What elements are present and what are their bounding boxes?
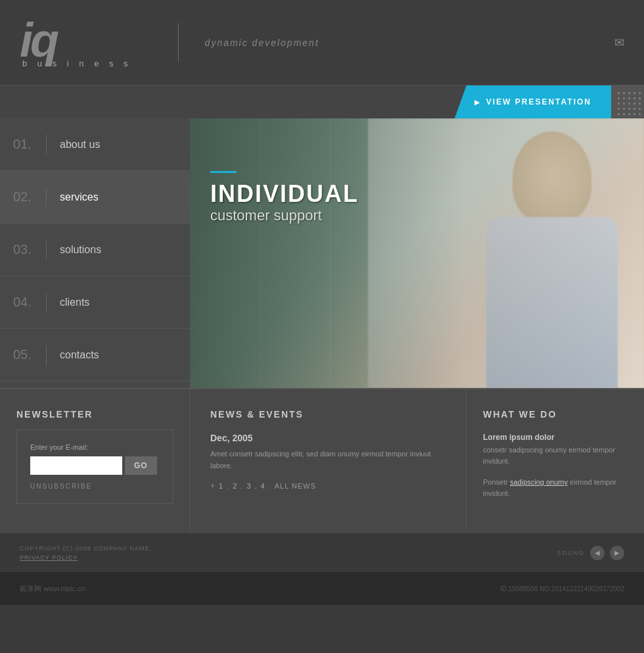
header-tagline: dynamic development xyxy=(205,37,319,48)
footer: COPYRIGHT (C) 2006 COMPANY NAME. PRIVACY… xyxy=(0,533,644,572)
logo-area: iq b u s i n e s s xyxy=(20,16,132,68)
nav-item-divider xyxy=(46,135,47,155)
pagination-page-1[interactable]: 1 xyxy=(219,482,223,490)
whatwedo-item-text-1: consetr sadipscing onumy eirmod tempor i… xyxy=(483,445,628,466)
dot xyxy=(639,108,641,110)
footer-right: SOUND ◀ ▶ xyxy=(557,546,624,560)
newsletter-email-input[interactable] xyxy=(30,456,122,475)
dot xyxy=(628,103,630,105)
nav-item-divider xyxy=(46,345,47,365)
dot xyxy=(623,92,625,94)
footer-prev-button[interactable]: ◀ xyxy=(590,546,605,560)
nav-number: 03. xyxy=(13,242,46,257)
footer-left: COPYRIGHT (C) 2006 COMPANY NAME. PRIVACY… xyxy=(20,545,557,561)
pagination-all-news[interactable]: ALL NEWS xyxy=(275,482,316,490)
watermark-left: 昵享网 www.nipic.cn xyxy=(20,584,85,594)
newsletter-unsubscribe-link[interactable]: UNSUBSCRIBE xyxy=(30,483,160,490)
newsletter-go-button[interactable]: GO xyxy=(125,456,157,475)
dot xyxy=(633,113,635,115)
dot xyxy=(639,113,641,115)
sidebar-item-contacts[interactable]: 05. contacts xyxy=(0,329,190,381)
news-title: NEWS & EVENTS xyxy=(210,409,446,420)
main-content: 01. about us 02. services 03. solutions … xyxy=(0,118,644,388)
view-presentation-bar: VIEW PRESENTATION xyxy=(0,85,644,118)
nav-label: contacts xyxy=(60,349,99,361)
pagination-dot: . xyxy=(241,482,242,490)
sidebar-item-about-us[interactable]: 01. about us xyxy=(0,118,190,171)
footer-copyright: COPYRIGHT (C) 2006 COMPANY NAME. xyxy=(20,545,557,552)
dot xyxy=(633,97,635,99)
logo-business: b u s i n e s s xyxy=(22,59,132,68)
hero-text: INDIVIDUAL customer support xyxy=(210,171,359,224)
news-panel: NEWS & EVENTS Dec, 2005 Amet consetr sad… xyxy=(191,389,467,533)
nav-item-divider xyxy=(46,187,47,207)
whatwedo-item-2: Ponsetr sadipscing onumy eirmod tempor i… xyxy=(483,477,628,498)
pagination-dot: . xyxy=(227,482,229,490)
newsletter-form: Enter your E-mail: GO UNSUBSCRIBE xyxy=(16,429,173,504)
nav-item-divider xyxy=(46,293,47,312)
whatwedo-item-title-1: Lorem ipsum dolor xyxy=(483,433,628,442)
dot xyxy=(623,103,625,105)
pagination-dot: . xyxy=(269,482,271,490)
hero-area: INDIVIDUAL customer support xyxy=(191,118,644,388)
hero-subtitle: customer support xyxy=(210,207,359,224)
whatwedo-panel: WHAT WE DO Lorem ipsum dolor consetr sad… xyxy=(467,389,644,533)
dots-decoration xyxy=(611,85,644,118)
whatwedo-item-text-2: Ponsetr sadipscing onumy eirmod tempor i… xyxy=(483,477,628,498)
footer-privacy-link[interactable]: PRIVACY POLICY xyxy=(20,554,557,561)
hero-overlay xyxy=(191,118,644,388)
newsletter-email-label: Enter your E-mail: xyxy=(30,443,160,451)
whatwedo-text-prefix: Ponsetr xyxy=(483,478,510,486)
dot xyxy=(618,103,620,105)
nav-number: 05. xyxy=(13,347,46,362)
left-nav: 01. about us 02. services 03. solutions … xyxy=(0,118,191,388)
nav-item-divider xyxy=(46,240,47,260)
pagination-page-2[interactable]: 2 xyxy=(233,482,237,490)
header-divider xyxy=(178,23,179,62)
pagination-page-4[interactable]: 4 xyxy=(261,482,265,490)
dot xyxy=(628,92,630,94)
watermark: 昵享网 www.nipic.cn ID:15088508 NO:20141222… xyxy=(0,572,644,605)
dot xyxy=(628,108,630,110)
dot xyxy=(639,92,641,94)
dot xyxy=(623,97,625,99)
dot xyxy=(628,97,630,99)
dot xyxy=(633,108,635,110)
newsletter-title: NEWSLETTER xyxy=(16,409,173,420)
dot xyxy=(623,108,625,110)
pagination-page-3[interactable]: 3 xyxy=(246,482,250,490)
nav-label: clients xyxy=(60,297,89,308)
logo-iq: iq xyxy=(20,16,132,64)
news-body: Amet consetr sadipscing elitr, sed diam … xyxy=(210,448,446,472)
news-date: Dec, 2005 xyxy=(210,433,446,443)
dot xyxy=(628,113,630,115)
dot xyxy=(618,113,620,115)
whatwedo-title: WHAT WE DO xyxy=(483,409,628,420)
whatwedo-item-1: Lorem ipsum dolor consetr sadipscing onu… xyxy=(483,433,628,466)
dot xyxy=(618,92,620,94)
whatwedo-link[interactable]: sadipscing onumy xyxy=(510,478,568,486)
newsletter-input-row: GO xyxy=(30,456,160,475)
sidebar-item-services[interactable]: 02. services xyxy=(0,171,190,224)
view-presentation-button[interactable]: VIEW PRESENTATION xyxy=(455,85,611,118)
news-pagination: + 1 . 2 . 3 . 4 . ALL NEWS xyxy=(210,481,446,491)
sidebar-item-solutions[interactable]: 03. solutions xyxy=(0,224,190,276)
nav-label: about us xyxy=(60,139,100,151)
dot xyxy=(618,108,620,110)
dot xyxy=(618,97,620,99)
header: iq b u s i n e s s dynamic development ✉ xyxy=(0,0,644,85)
footer-sound-label: SOUND xyxy=(557,550,585,556)
nav-number: 02. xyxy=(13,189,46,205)
email-icon[interactable]: ✉ xyxy=(614,36,624,50)
dot xyxy=(639,97,641,99)
nav-number: 01. xyxy=(13,137,46,152)
footer-next-button[interactable]: ▶ xyxy=(610,546,624,560)
pagination-plus-icon: + xyxy=(210,481,215,491)
newsletter-panel: NEWSLETTER Enter your E-mail: GO UNSUBSC… xyxy=(0,389,191,533)
bottom-section: NEWSLETTER Enter your E-mail: GO UNSUBSC… xyxy=(0,388,644,533)
sidebar-item-clients[interactable]: 04. clients xyxy=(0,276,190,329)
hero-title: INDIVIDUAL xyxy=(210,181,359,207)
dot xyxy=(639,103,641,105)
watermark-right: ID:15088508 NO:20141222140029372002 xyxy=(500,585,624,593)
hero-accent-line xyxy=(210,171,237,173)
